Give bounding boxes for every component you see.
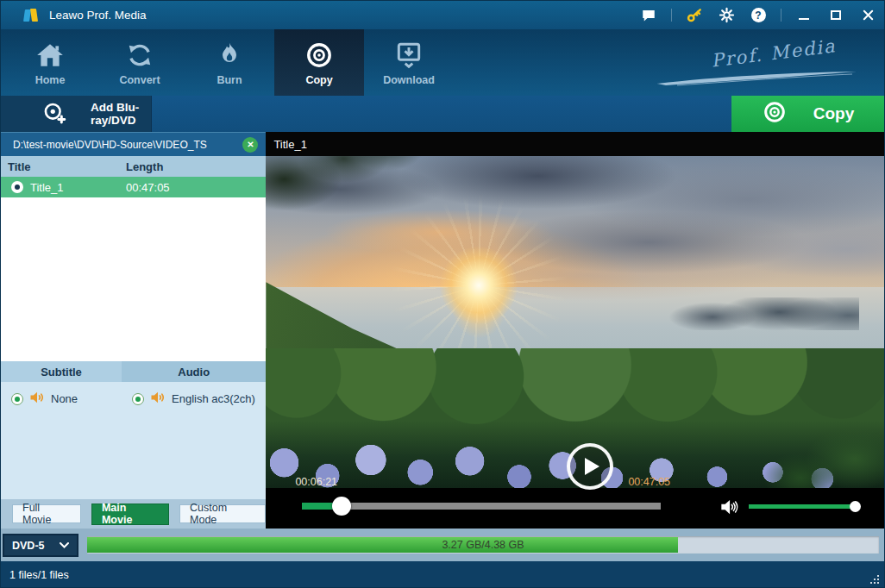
volume-bar[interactable] (749, 504, 856, 509)
scene-sky (266, 156, 884, 488)
brand-script: Prof. Media (710, 35, 838, 72)
app-logo-icon (23, 8, 41, 23)
main-content: D:\test-movie\DVD\HD-Source\VIDEO_TS ✕ T… (1, 132, 884, 529)
source-path-bar: D:\test-movie\DVD\HD-Source\VIDEO_TS ✕ (1, 132, 266, 156)
mode-full-movie[interactable]: Full Movie (12, 504, 81, 523)
tab-home[interactable]: Home (5, 29, 95, 96)
title-radio-selected[interactable] (11, 181, 23, 193)
audio-column: English ac3(2ch) (122, 389, 266, 499)
scene-sun (440, 247, 518, 324)
copy-mode-bar: Full Movie Main Movie Custom Mode (1, 499, 266, 529)
scene-sunset-glow (266, 172, 760, 422)
brand-swoosh (656, 71, 858, 86)
play-icon (585, 458, 599, 475)
source-path: D:\test-movie\DVD\HD-Source\VIDEO_TS (13, 139, 207, 151)
volume-fill (749, 504, 856, 509)
scene-hill (266, 156, 884, 488)
tab-label: Download (383, 74, 435, 86)
status-bar: 1 files/1 files (1, 561, 884, 588)
gear-icon[interactable] (717, 6, 736, 25)
audio-value: English ac3(2ch) (172, 392, 255, 405)
scene-pier (705, 362, 785, 370)
scene-clouds (266, 156, 884, 488)
mode-main-movie[interactable]: Main Movie (91, 504, 169, 525)
help-icon[interactable]: ? (749, 6, 768, 25)
speaker-icon (28, 389, 46, 409)
close-button[interactable] (858, 6, 877, 25)
scene-ridge (266, 156, 884, 488)
audio-option-english[interactable]: English ac3(2ch) (122, 389, 266, 409)
feedback-icon[interactable] (639, 6, 658, 25)
capacity-progress: 3.27 GB/4.38 GB (87, 536, 879, 554)
table-row[interactable]: Title_1 00:47:05 (1, 177, 266, 197)
preview-title: Title_1 (266, 132, 884, 156)
tab-download[interactable]: Download (364, 29, 454, 96)
total-time: 00:47:05 (628, 476, 670, 488)
audio-radio[interactable] (132, 393, 144, 405)
subtitle-radio[interactable] (11, 393, 23, 405)
current-time: 00:06:21 (295, 476, 337, 488)
tracks-body: None English ac3(2ch) (1, 382, 266, 499)
copy-action-button[interactable]: Copy (731, 96, 884, 132)
app-window: Leawo Prof. Media ? (0, 0, 885, 588)
audio-header: Audio (122, 361, 266, 382)
row-length: 00:47:05 (126, 181, 170, 194)
convert-icon (124, 40, 155, 71)
title-table-header: Title Length (1, 156, 266, 177)
scene-raft (736, 380, 804, 387)
resize-grip[interactable] (869, 574, 881, 585)
tracks-header: Subtitle Audio (1, 361, 266, 382)
subtitle-option-none[interactable]: None (1, 389, 122, 409)
maximize-button[interactable] (826, 6, 845, 25)
add-disc-icon (42, 101, 66, 128)
volume-icon[interactable] (718, 496, 740, 518)
download-icon (393, 40, 424, 71)
tab-label: Copy (305, 74, 332, 86)
burn-icon (214, 40, 245, 71)
titlebar: Leawo Prof. Media ? (1, 1, 884, 29)
mode-custom[interactable]: Custom Mode (179, 504, 266, 523)
chevron-down-icon (60, 542, 69, 548)
seek-thumb[interactable] (332, 497, 351, 516)
subtitle-column: None (1, 389, 122, 499)
add-button-label: Add Blu-ray/DVD (91, 101, 151, 127)
disc-type-select[interactable]: DVD-5 (3, 534, 78, 557)
scene-corner-leaves (746, 402, 884, 488)
scene-sun-rays (375, 182, 582, 389)
toolbar: Add Blu-ray/DVD Copy (1, 96, 884, 132)
titlebar-controls: ? (639, 1, 877, 29)
tab-burn[interactable]: Burn (185, 29, 274, 96)
remove-source-icon[interactable]: ✕ (242, 137, 258, 153)
preview-player: Title_1 00:06:21 00:4 (266, 132, 884, 529)
scene-coastal-town (755, 348, 884, 415)
video-preview[interactable] (266, 156, 884, 488)
source-panel: D:\test-movie\DVD\HD-Source\VIDEO_TS ✕ T… (1, 132, 266, 529)
window-title: Leawo Prof. Media (49, 9, 147, 22)
disc-type-value: DVD-5 (12, 540, 45, 552)
home-icon (35, 40, 66, 71)
volume-thumb[interactable] (850, 501, 861, 512)
scene-tree-silhouette (266, 156, 447, 272)
subtitle-header: Subtitle (1, 361, 122, 382)
tab-label: Burn (217, 74, 242, 86)
titlebar-separator (781, 9, 781, 22)
add-bluray-dvd-button[interactable]: Add Blu-ray/DVD (1, 96, 152, 132)
key-icon[interactable] (685, 6, 704, 25)
column-length: Length (122, 156, 266, 177)
seek-bar[interactable] (302, 503, 661, 510)
tab-label: Convert (119, 74, 160, 86)
subtitle-value: None (51, 392, 78, 405)
speaker-icon (149, 389, 166, 409)
minimize-button[interactable] (794, 6, 813, 25)
row-title: Title_1 (30, 181, 64, 194)
title-list-empty-area (1, 197, 266, 361)
scene-islands (650, 297, 860, 331)
scene-sun-reflection (433, 289, 525, 375)
main-nav: Home Convert Burn (1, 29, 884, 96)
player-controls (266, 488, 885, 529)
file-count-status: 1 files/1 files (9, 569, 69, 581)
tab-copy[interactable]: Copy (274, 29, 364, 96)
capacity-label: 3.27 GB/4.38 GB (87, 536, 879, 554)
tab-convert[interactable]: Convert (95, 29, 185, 96)
output-bar: DVD-5 3.27 GB/4.38 GB (1, 529, 884, 561)
